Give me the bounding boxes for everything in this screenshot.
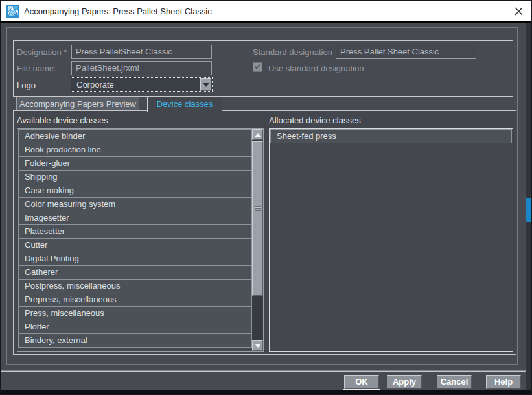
- close-button[interactable]: [509, 2, 528, 20]
- available-device-classes-list: Adhesive binder Book production line Fol…: [17, 128, 264, 352]
- window-title: Accompanying Papers: Press Pallet Sheet …: [24, 6, 212, 16]
- scroll-up-button[interactable]: [252, 129, 263, 140]
- tab-accompanying-papers-preview[interactable]: Accompanying Papers Preview: [16, 97, 139, 111]
- list-item[interactable]: Cutter: [18, 238, 252, 252]
- list-item[interactable]: Folder-gluer: [18, 156, 252, 171]
- list-item[interactable]: Sheet-fed press: [270, 129, 512, 143]
- list-item[interactable]: Platesetter: [18, 224, 252, 239]
- titlebar-divider: [1, 21, 531, 23]
- ok-button-focus-ring: OK: [343, 374, 380, 390]
- ok-button[interactable]: OK: [344, 375, 379, 389]
- list-item[interactable]: Color measuring system: [18, 197, 252, 211]
- scroll-down-button[interactable]: [252, 340, 263, 351]
- window-bottom-edge: [1, 390, 531, 394]
- help-button[interactable]: Help: [486, 375, 521, 389]
- standard-designation-label: Standard designation: [253, 47, 332, 57]
- chevron-down-icon: [203, 83, 209, 87]
- available-list-scrollbar[interactable]: [252, 129, 263, 351]
- triangle-down-icon: [255, 344, 261, 348]
- scrollbar-thumb[interactable]: [252, 141, 263, 296]
- close-icon: [515, 7, 523, 16]
- logo-dropdown[interactable]: Corporate: [71, 77, 213, 92]
- accompanying-papers-dialog: Accompanying Papers: Press Pallet Sheet …: [0, 0, 532, 395]
- list-item[interactable]: Press, miscellaneous: [18, 306, 252, 320]
- list-item[interactable]: Case making: [18, 184, 252, 198]
- tab-device-classes[interactable]: Device classes: [147, 97, 222, 112]
- list-item[interactable]: Plotter: [18, 320, 252, 334]
- logo-dropdown-value: Corporate: [76, 78, 114, 91]
- available-device-classes-header: Available device classes: [17, 115, 108, 125]
- use-standard-designation-checkbox[interactable]: [253, 62, 262, 72]
- button-bar-separator: [1, 370, 531, 372]
- window-edge-scrollbar[interactable]: [526, 23, 531, 390]
- allocated-device-classes-rows: Sheet-fed press: [270, 130, 512, 143]
- logo-dropdown-arrow-button[interactable]: [200, 78, 211, 91]
- list-item[interactable]: Book production line: [18, 143, 252, 157]
- allocated-device-classes-header: Allocated device classes: [269, 115, 361, 125]
- use-standard-designation-label: Use standard designation: [268, 64, 364, 73]
- scrollbar-grip-icon: [255, 206, 261, 212]
- standard-designation-input[interactable]: Press Pallet Sheet Classic: [336, 45, 476, 59]
- file-name-input[interactable]: PalletSheet.jrxml: [71, 61, 212, 75]
- list-item[interactable]: Gatherer: [18, 265, 252, 280]
- allocated-device-classes-list: Sheet-fed press: [269, 128, 513, 352]
- list-item[interactable]: Imagesetter: [18, 211, 252, 225]
- app-icon: [6, 5, 19, 18]
- list-item[interactable]: Bindery, external: [18, 333, 252, 348]
- checkmark-icon: [255, 63, 261, 69]
- titlebar[interactable]: Accompanying Papers: Press Pallet Sheet …: [1, 1, 531, 21]
- list-item[interactable]: Postpress, miscellaneous: [18, 279, 252, 293]
- list-item[interactable]: Adhesive binder: [18, 129, 252, 143]
- list-item[interactable]: Shipping: [18, 170, 252, 184]
- triangle-up-icon: [255, 133, 261, 137]
- logo-label: Logo: [17, 80, 36, 90]
- window-edge-scrollbar-thumb[interactable]: [526, 198, 531, 222]
- designation-label: Designation *: [17, 47, 67, 57]
- file-name-label: File name:: [17, 64, 56, 73]
- cancel-button[interactable]: Cancel: [437, 375, 472, 389]
- available-device-classes-rows: Adhesive binder Book production line Fol…: [18, 130, 252, 348]
- designation-input[interactable]: Press PalletSheet Classic: [71, 45, 212, 59]
- apply-button[interactable]: Apply: [387, 375, 422, 389]
- list-item[interactable]: Digital Printing: [18, 252, 252, 266]
- list-item[interactable]: Prepress, miscellaneous: [18, 293, 252, 307]
